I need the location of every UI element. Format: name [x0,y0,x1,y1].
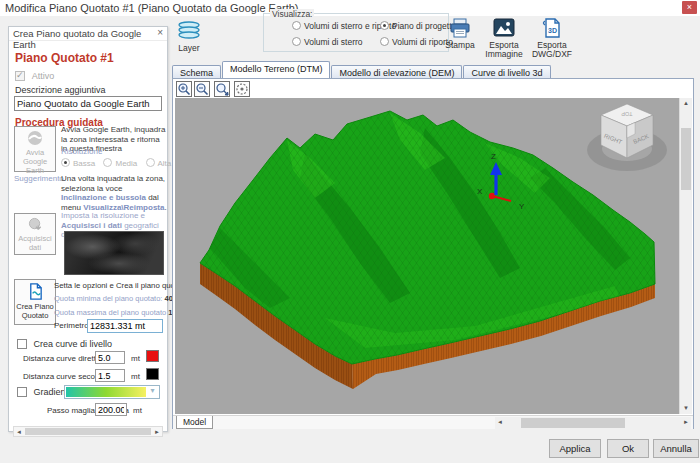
quota-min-label: Quota minima del piano quotato: [54,294,162,303]
terrain-3d-viewport[interactable]: X Y Z TOP RIGHT BACK [175,98,679,414]
perimetro-row: Perimetro [54,321,89,330]
avvia-google-earth-button[interactable]: Avvia Google Earth [14,126,56,172]
direttrici-color-swatch[interactable] [146,350,159,362]
window-title: Modifica Piano Quotato #1 (Piano Quotato… [5,2,299,14]
crea-curve-checkbox[interactable] [17,339,27,349]
orbit-button[interactable] [234,81,250,97]
axis-y-label: Y [519,202,525,211]
esporta-dwg-label: Esporta DWG/DXF [528,41,576,60]
radio-icon-1[interactable] [292,21,301,30]
suggerimento-label: Suggerimento [14,174,64,183]
panel-close-icon[interactable]: × [157,27,163,38]
direttrici-unit: mt [131,354,140,363]
scroll-down-icon[interactable]: ▼ [680,403,692,414]
satellite-preview-image [64,231,164,275]
crea-piano-panel: Crea Piano quotato da Google Earth × Pia… [8,26,168,432]
viewport-vertical-scrollbar[interactable]: ▲ ▼ [679,98,692,414]
descrizione-input[interactable] [14,96,162,111]
quota-min-row: Quota minima del piano quotato: 401.5 [54,294,183,303]
crea-piano-quotato-button[interactable]: Crea Piano Quotato [14,279,56,325]
secondarie-input[interactable] [95,369,125,382]
axis-x-label: X [477,187,483,196]
zoom-out-icon [195,82,209,96]
hscroll-left-icon[interactable]: ◄ [495,417,505,429]
tab-modello-terreno-dtm[interactable]: Modello Terreno (DTM) [222,61,330,78]
radio-icon-2[interactable] [380,21,389,30]
visualizza-label: Visualizza: [270,9,314,19]
crea-curve-row: Crea curve di livello [17,339,112,349]
google-earth-icon [27,130,43,146]
ok-button[interactable]: Ok [607,439,649,458]
risoluzione-option-bassa[interactable]: Bassa [61,159,95,168]
panel-horizontal-scrollbar[interactable]: ◄ ► [13,426,163,437]
quota-max-label: Quota massima del piano quotato [54,308,166,317]
scroll-right-icon[interactable]: ► [152,427,162,436]
viewport-horizontal-scrollbar[interactable]: ◄ ► [495,417,691,429]
secondarie-unit: mt [131,372,140,381]
radio-icon-3[interactable] [292,37,301,46]
printer-icon [449,18,471,38]
attivo-row: Attivo [15,70,54,81]
model-tab[interactable]: Model [176,416,213,429]
hscrollbar-thumb[interactable] [521,418,625,428]
gradient-preview-bar [66,387,146,397]
panel-scrollbar-thumb[interactable] [25,428,151,435]
layer-button-label: Layer [171,43,207,53]
risoluzione-label: Risoluzione [61,147,102,156]
direttrici-input[interactable] [95,351,125,364]
axis-z-label: Z [491,152,496,161]
radio-volumi-di-sterro[interactable]: Volumi di sterro [292,37,363,47]
perimetro-label: Perimetro [54,321,89,330]
attivo-label: Attivo [32,71,55,81]
layers-icon [176,19,202,41]
piano-quotato-title: Piano Quotato #1 [15,51,114,65]
scroll-left-icon[interactable]: ◄ [14,427,24,436]
annulla-button[interactable]: Annulla [653,439,699,458]
dwg-3d-file-icon: 3D [542,18,562,38]
risoluzione-radios: Bassa Media Alta [61,158,171,168]
zoom-extents-button[interactable] [214,81,230,97]
applica-button[interactable]: Applica [549,439,601,458]
zoom-extents-icon [215,82,229,96]
svg-text:3D: 3D [548,27,557,34]
view-tabs: SchemaModello Terreno (DTM)Modello di el… [172,61,552,78]
risoluzione-option-alta[interactable]: Alta [146,159,172,168]
radio-icon-4[interactable] [380,37,389,46]
panel-header: Crea Piano quotato da Google Earth × [9,27,167,41]
image-icon [493,18,515,38]
layer-button[interactable]: Layer [171,19,207,57]
crea-curve-label: Crea curve di livello [34,339,113,349]
stampa-label: Stampa [440,41,480,51]
gradiente-combo[interactable]: ▾ [64,385,160,399]
passo-input[interactable] [95,403,127,416]
zoom-out-button[interactable] [194,81,210,97]
avvia-button-label: Avvia Google Earth [15,148,55,175]
attivo-checkbox[interactable] [15,71,25,81]
setta-opzioni-text: Setta le opzioni e Crea il piano quotato [54,281,188,290]
secondarie-color-swatch[interactable] [146,368,159,380]
acquisisci-icon [28,217,43,232]
zoom-in-button[interactable] [176,81,192,97]
stampa-button[interactable]: Stampa [440,18,480,50]
scroll-up-icon[interactable]: ▲ [680,98,692,109]
esporta-dwg-button[interactable]: 3D Esporta DWG/DXF [528,18,576,60]
view-cube[interactable]: TOP RIGHT BACK [587,104,667,171]
quota-max-row: Quota massima del piano quotato 1091. [54,308,187,317]
radio-alta[interactable] [146,158,155,167]
risoluzione-option-media[interactable]: Media [103,159,137,168]
descrizione-label: Descrizione aggiuntiva [15,85,106,95]
radio-media[interactable] [103,158,112,167]
visualizza-groupbox: Visualizza: Volumi di sterro e riporto P… [263,13,449,52]
window-close-button[interactable]: × [682,1,697,14]
direttrici-label: Distanza curve direttrici [23,354,106,363]
radio-bassa[interactable] [61,158,70,167]
perimetro-input[interactable] [87,319,163,333]
zoom-in-icon [177,82,191,96]
hscroll-right-icon[interactable]: ► [681,417,691,429]
esporta-immagine-button[interactable]: Esporta Immagine [482,18,526,60]
vscrollbar-thumb[interactable] [681,128,691,190]
gradiente-checkbox[interactable] [17,387,27,397]
chevron-down-icon: ▾ [147,386,158,395]
suggerimento-text: Una volta inquadrata la zona, seleziona … [61,174,167,212]
acquisisci-dati-button[interactable]: Acquisisci dati [14,213,56,255]
